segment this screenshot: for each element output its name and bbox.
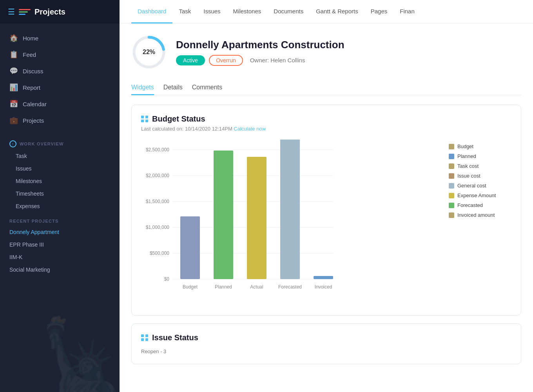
legend-issue-cost: Issue cost (449, 173, 511, 179)
sidebar-item-label: Discuss (23, 68, 44, 74)
svg-text:$1,500,000: $1,500,000 (146, 199, 169, 204)
recent-item-donnely[interactable]: Donnely Appartment (0, 226, 120, 238)
legend-task-cost: Task cost (449, 163, 511, 169)
issue-title-row: Issue Status (141, 333, 511, 342)
svg-text:Invoiced: Invoiced (315, 284, 332, 290)
budget-subtitle: Last calculated on: 10/14/2020 12:14PM C… (141, 126, 511, 132)
issue-title: Issue Status (152, 333, 198, 342)
chart-area: $2,500,000 $2,000,000 $1,500,000 $1,000,… (141, 140, 441, 306)
recent-item-social[interactable]: Social Marketing (0, 263, 120, 276)
top-nav-pages[interactable]: Pages (364, 0, 394, 24)
legend-color-expense-amount (449, 193, 454, 198)
projects-icon: 💼 (9, 116, 18, 125)
legend-color-issue-cost (449, 173, 454, 179)
top-nav-dashboard[interactable]: Dashboard (131, 0, 172, 24)
legend-color-planned (449, 154, 454, 159)
bar-budget (180, 216, 200, 279)
sidebar-item-label: Report (23, 84, 40, 91)
bar-planned (214, 151, 233, 279)
calculate-now-link[interactable]: Calculate now (234, 126, 266, 132)
sidebar-item-label: Feed (23, 51, 36, 58)
svg-text:$2,500,000: $2,500,000 (146, 147, 169, 152)
issue-widget: Issue Status Reopen - 3 (131, 323, 521, 364)
content-area: 22% Donnelly Apartments Construction Act… (120, 24, 533, 392)
sidebar-header: ☰ Projects (0, 0, 120, 24)
recent-projects-label: RECENT PROJECTS (0, 212, 120, 226)
tab-widgets[interactable]: Widgets (131, 81, 154, 95)
sidebar-item-task[interactable]: Task (0, 150, 120, 162)
feed-icon: 📋 (9, 50, 18, 59)
legend-invoiced-amount: Invoiced amount (449, 212, 511, 218)
sidebar-item-feed[interactable]: 📋 Feed (0, 46, 120, 63)
budget-title-row: Budget Status (141, 114, 511, 123)
issue-dots-icon (141, 334, 148, 341)
top-nav-documents[interactable]: Documents (267, 0, 310, 24)
progress-circle: 22% (131, 34, 167, 70)
budget-widget: Budget Status Last calculated on: 10/14/… (131, 105, 521, 316)
legend-color-general-cost (449, 183, 454, 189)
svg-text:$0: $0 (164, 276, 170, 282)
widget-dots-icon (141, 116, 148, 122)
sidebar-item-timesheets[interactable]: Timesheets (0, 187, 120, 200)
sidebar-item-home[interactable]: 🏠 Home (0, 30, 120, 46)
bar-invoiced (314, 276, 333, 279)
legend-color-budget (449, 144, 454, 149)
work-overview-label: ↑ WORK OVERVIEW (0, 135, 120, 150)
tab-details[interactable]: Details (163, 81, 183, 95)
owner-label: Owner: Helen Collins (250, 57, 305, 64)
sidebar-item-calendar[interactable]: 📅 Calendar (0, 96, 120, 112)
sidebar-item-label: Home (23, 35, 38, 42)
chart-legend: Budget Planned Task cost Issue cost (449, 140, 511, 306)
project-badges: Active Overrun Owner: Helen Collins (176, 55, 521, 66)
legend-forecasted: Forecasted (449, 202, 511, 208)
budget-chart: $2,500,000 $2,000,000 $1,500,000 $1,000,… (141, 140, 337, 304)
recent-item-epr[interactable]: EPR Phase III (0, 238, 120, 251)
circle-up-icon: ↑ (9, 140, 16, 147)
project-header: 22% Donnelly Apartments Construction Act… (131, 34, 521, 70)
sidebar-item-report[interactable]: 📊 Report (0, 79, 120, 96)
svg-text:Budget: Budget (183, 284, 198, 290)
bar-actual (247, 157, 266, 279)
hamburger-icon[interactable]: ☰ (8, 7, 15, 16)
sidebar-item-discuss[interactable]: 💬 Discuss (0, 63, 120, 79)
home-icon: 🏠 (9, 34, 18, 42)
legend-general-cost: General cost (449, 183, 511, 189)
tab-bar: Widgets Details Comments (131, 81, 521, 95)
sidebar-item-label: Calendar (23, 101, 47, 107)
legend-color-forecasted (449, 203, 454, 208)
legend-color-task-cost (449, 163, 454, 169)
recent-item-iimk[interactable]: IIM-K (0, 251, 120, 263)
sidebar-item-milestones[interactable]: Milestones (0, 175, 120, 187)
sidebar-item-expenses[interactable]: Expenses (0, 200, 120, 212)
discuss-icon: 💬 (9, 67, 18, 75)
tab-comments[interactable]: Comments (192, 81, 222, 95)
svg-text:Actual: Actual (250, 284, 263, 290)
top-nav-milestones[interactable]: Milestones (227, 0, 268, 24)
sidebar-item-issues[interactable]: Issues (0, 162, 120, 175)
legend-planned: Planned (449, 153, 511, 159)
sidebar-item-label: Projects (23, 117, 44, 124)
top-nav-finan[interactable]: Finan (393, 0, 421, 24)
svg-text:Forecasted: Forecasted (278, 284, 302, 290)
main-content: Dashboard Task Issues Milestones Documen… (120, 0, 533, 392)
legend-budget: Budget (449, 143, 511, 149)
status-badge-overrun: Overrun (209, 55, 243, 66)
sidebar-nav: 🏠 Home 📋 Feed 💬 Discuss 📊 Report 📅 Calen… (0, 24, 120, 135)
svg-text:$1,000,000: $1,000,000 (146, 225, 169, 230)
sidebar: ☰ Projects 🏠 Home 📋 Feed 💬 Discuss 📊 Rep… (0, 0, 120, 392)
status-badge-active: Active (176, 55, 205, 65)
chart-container: $2,500,000 $2,000,000 $1,500,000 $1,000,… (141, 140, 511, 306)
project-title: Donnelly Apartments Construction (176, 39, 521, 51)
svg-text:$500,000: $500,000 (150, 250, 169, 256)
top-nav-gantt[interactable]: Gantt & Reports (310, 0, 364, 24)
report-icon: 📊 (9, 83, 18, 92)
watermark-figure: 🗽 (39, 321, 120, 392)
top-nav-task[interactable]: Task (172, 0, 197, 24)
top-nav-issues[interactable]: Issues (197, 0, 227, 24)
logo-icon (19, 7, 31, 16)
sidebar-item-projects[interactable]: 💼 Projects (0, 112, 120, 129)
legend-color-invoiced-amount (449, 212, 454, 218)
reopen-badge: Reopen - 3 (141, 348, 511, 354)
top-nav: Dashboard Task Issues Milestones Documen… (120, 0, 533, 24)
budget-title: Budget Status (152, 114, 205, 123)
